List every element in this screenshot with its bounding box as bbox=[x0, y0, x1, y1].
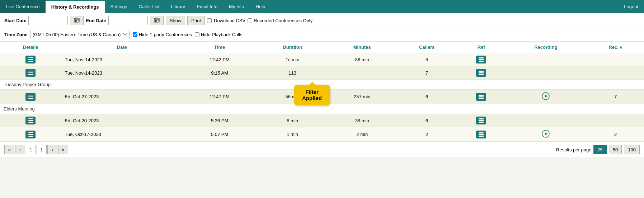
col-header-date: Date bbox=[61, 42, 183, 53]
show-button[interactable]: Show bbox=[166, 16, 185, 25]
rec-num-cell: 7 bbox=[587, 90, 644, 104]
minutes-cell: 38 min bbox=[328, 114, 396, 127]
hide-playback-checkbox[interactable] bbox=[195, 32, 199, 37]
recording-cell bbox=[505, 127, 587, 142]
ref-icon[interactable] bbox=[476, 117, 486, 124]
page-number: 1 bbox=[26, 145, 36, 154]
table-row: Tue, Nov-14-20239:15 AM1137 bbox=[0, 66, 644, 80]
nav-item-caller-list[interactable]: Caller List bbox=[133, 0, 165, 13]
recorded-only-checkbox[interactable] bbox=[248, 18, 252, 23]
hide-1party-checkbox[interactable] bbox=[133, 32, 137, 37]
nav-item-settings[interactable]: Settings bbox=[105, 0, 133, 13]
svg-rect-53 bbox=[479, 118, 484, 119]
svg-rect-14 bbox=[156, 20, 157, 21]
details-cell bbox=[0, 66, 61, 80]
details-cell bbox=[0, 127, 61, 142]
minutes-cell: 2 min bbox=[328, 127, 396, 142]
svg-rect-35 bbox=[479, 74, 484, 75]
ref-icon[interactable] bbox=[476, 93, 486, 101]
per-page-100-button[interactable]: 100 bbox=[624, 145, 640, 154]
nav-item-email-info[interactable]: Email Info bbox=[191, 0, 223, 13]
svg-rect-55 bbox=[479, 122, 484, 123]
nav-item-history-recordings[interactable]: History & Recordings bbox=[46, 0, 105, 13]
pagination-controls: « ‹ 1 1 › » bbox=[4, 145, 68, 154]
navbar: Live Conference History & Recordings Set… bbox=[0, 0, 644, 13]
svg-rect-17 bbox=[156, 21, 157, 22]
play-icon[interactable] bbox=[542, 92, 550, 100]
ref-cell bbox=[458, 114, 505, 127]
play-icon[interactable] bbox=[542, 130, 550, 138]
date-cell: Fri, Oct-27-2023 bbox=[61, 90, 183, 104]
duration-cell: 8 min bbox=[257, 114, 328, 127]
per-page-50-button[interactable]: 50 bbox=[609, 145, 622, 154]
svg-rect-13 bbox=[155, 20, 156, 21]
pagination-first-button[interactable]: « bbox=[4, 145, 14, 154]
minutes-cell bbox=[328, 66, 396, 80]
svg-rect-5 bbox=[76, 20, 77, 21]
logout-button[interactable]: Logout bbox=[618, 0, 644, 13]
nav-item-help[interactable]: Help bbox=[250, 0, 271, 13]
svg-rect-50 bbox=[28, 118, 29, 119]
col-header-details: Details bbox=[0, 42, 61, 53]
ref-cell bbox=[458, 90, 505, 104]
toolbar-row1: Start Date End Date Show Print bbox=[0, 13, 644, 28]
timezone-select[interactable]: (GMT-05:00) Eastern Time (US & Canada) bbox=[30, 30, 130, 39]
svg-rect-26 bbox=[479, 61, 484, 62]
nav-item-live-conference[interactable]: Live Conference bbox=[0, 0, 46, 13]
duration-cell: 1c min bbox=[257, 53, 328, 66]
col-header-callers: Callers bbox=[396, 42, 458, 53]
pagination-next-button[interactable]: › bbox=[47, 145, 57, 154]
start-date-input[interactable] bbox=[28, 16, 68, 25]
svg-rect-41 bbox=[28, 98, 29, 99]
recording-cell bbox=[505, 53, 587, 66]
svg-rect-52 bbox=[28, 122, 29, 123]
svg-rect-33 bbox=[479, 71, 484, 72]
details-icon[interactable] bbox=[25, 56, 36, 63]
recorded-only-label: Recorded Conferences Only bbox=[248, 18, 312, 23]
print-button[interactable]: Print bbox=[187, 16, 205, 25]
svg-rect-42 bbox=[479, 95, 484, 96]
pagination-bar: « ‹ 1 1 › » Results per page 25 50 100 bbox=[0, 142, 644, 157]
time-cell: 12:42 PM bbox=[183, 53, 257, 66]
col-header-minutes: Minutes bbox=[328, 42, 396, 53]
start-date-calendar-button[interactable] bbox=[70, 16, 84, 25]
col-header-duration: Duration bbox=[257, 42, 328, 53]
nav-item-my-info[interactable]: My Info bbox=[223, 0, 250, 13]
col-header-time: Time bbox=[183, 42, 257, 53]
nav-item-library[interactable]: Library bbox=[165, 0, 191, 13]
details-icon[interactable] bbox=[25, 131, 36, 138]
pagination-prev-button[interactable]: ‹ bbox=[15, 145, 25, 154]
details-icon[interactable] bbox=[25, 117, 36, 124]
ref-icon[interactable] bbox=[476, 56, 486, 63]
svg-rect-60 bbox=[28, 134, 29, 135]
end-date-input[interactable] bbox=[108, 16, 148, 25]
details-cell bbox=[0, 114, 61, 127]
svg-rect-63 bbox=[479, 134, 484, 135]
svg-rect-6 bbox=[78, 20, 79, 21]
svg-rect-16 bbox=[155, 21, 156, 22]
date-cell: Tue, Nov-14-2023 bbox=[61, 53, 183, 66]
details-cell bbox=[0, 53, 61, 66]
per-page-25-button[interactable]: 25 bbox=[593, 145, 606, 154]
minutes-cell: 86 min bbox=[328, 53, 396, 66]
toolbar-row2: Time Zone (GMT-05:00) Eastern Time (US &… bbox=[0, 28, 644, 42]
details-icon[interactable] bbox=[25, 69, 36, 77]
ref-icon[interactable] bbox=[476, 131, 486, 138]
callers-cell: 7 bbox=[396, 66, 458, 80]
pagination-last-button[interactable]: » bbox=[58, 145, 68, 154]
download-csv-checkbox[interactable] bbox=[207, 18, 212, 23]
callers-cell: 6 bbox=[396, 90, 458, 104]
download-csv-label: Download CSV bbox=[214, 18, 245, 23]
svg-marker-46 bbox=[545, 95, 547, 98]
svg-rect-43 bbox=[479, 96, 484, 97]
duration-cell: 113 bbox=[257, 66, 328, 80]
end-date-calendar-button[interactable] bbox=[150, 16, 164, 25]
results-per-page-label: Results per page bbox=[556, 147, 591, 152]
rec-num-cell bbox=[587, 66, 644, 80]
calendar-icon bbox=[154, 18, 160, 23]
svg-rect-44 bbox=[479, 98, 484, 99]
rec-num-cell bbox=[587, 114, 644, 127]
page-total: 1 bbox=[37, 145, 47, 154]
ref-icon[interactable] bbox=[476, 69, 486, 77]
details-icon[interactable] bbox=[25, 93, 36, 101]
